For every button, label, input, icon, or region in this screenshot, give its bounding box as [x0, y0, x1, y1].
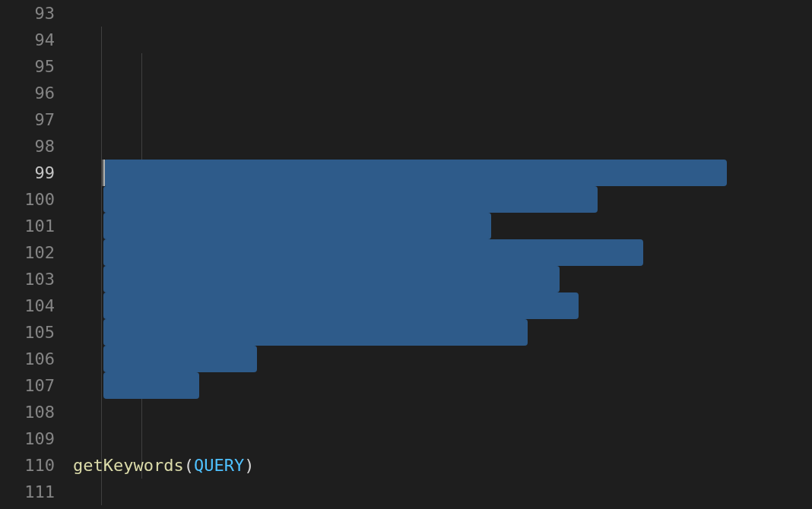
indent-guides — [73, 0, 812, 509]
code-area[interactable]: getKeywords(QUERY) .then(async results =… — [73, 0, 812, 509]
line-number: 104 — [0, 292, 55, 319]
line-number: 101 — [0, 213, 55, 239]
line-number: 96 — [0, 80, 55, 106]
token-const: QUERY — [194, 456, 244, 475]
line-number: 102 — [0, 239, 55, 266]
code-line[interactable]: getKeywords(QUERY) — [73, 452, 812, 479]
token-fn: getKeywords — [73, 456, 184, 475]
line-number: 97 — [0, 106, 55, 133]
line-number: 99 — [0, 160, 55, 186]
selection-layer — [73, 0, 812, 509]
line-number: 111 — [0, 479, 55, 505]
code-line[interactable] — [73, 346, 812, 372]
line-number: 94 — [0, 27, 55, 53]
line-number: 109 — [0, 425, 55, 452]
line-number: 100 — [0, 186, 55, 213]
line-number: 107 — [0, 372, 55, 399]
line-number: 95 — [0, 53, 55, 80]
line-number-gutter: 93 94 95 96 97 98 99 100 101 102 103 104… — [0, 0, 73, 509]
line-number: 93 — [0, 0, 55, 27]
code-editor[interactable]: 93 94 95 96 97 98 99 100 101 102 103 104… — [0, 0, 812, 509]
line-number: 98 — [0, 133, 55, 160]
line-number: 103 — [0, 266, 55, 292]
line-number: 105 — [0, 319, 55, 346]
text-cursor — [103, 160, 105, 186]
line-number: 106 — [0, 346, 55, 372]
line-number: 110 — [0, 452, 55, 479]
line-number: 108 — [0, 399, 55, 425]
